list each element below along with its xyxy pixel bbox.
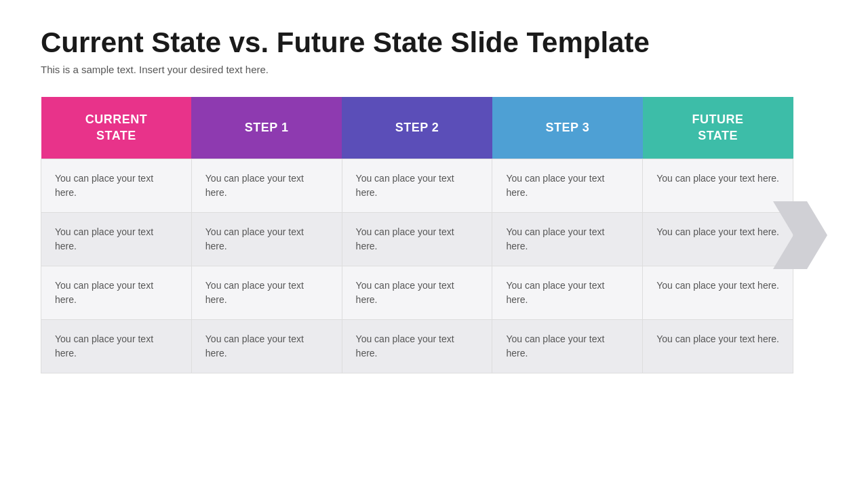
cell-r1c1: You can place your text here. — [41, 159, 192, 212]
page-subtitle: This is a sample text. Insert your desir… — [41, 64, 827, 75]
cell-r4c5: You can place your text here. — [643, 319, 793, 373]
cell-r2c3: You can place your text here. — [342, 212, 492, 266]
cell-r2c1: You can place your text here. — [41, 212, 192, 266]
main-table: CURRENTSTATE STEP 1 STEP 2 STEP 3 FUTURE… — [41, 97, 793, 373]
cell-r4c4: You can place your text here. — [492, 319, 643, 373]
header-future-state: FUTURESTATE — [643, 97, 793, 159]
header-current-state: CURRENTSTATE — [41, 97, 192, 159]
table-row: You can place your text here. You can pl… — [41, 159, 793, 212]
header-step2: STEP 2 — [342, 97, 492, 159]
cell-r2c4: You can place your text here. — [492, 212, 643, 266]
cell-r1c4: You can place your text here. — [492, 159, 643, 212]
cell-r4c2: You can place your text here. — [191, 319, 342, 373]
table-row: You can place your text here. You can pl… — [41, 266, 793, 319]
svg-marker-0 — [773, 201, 827, 269]
cell-r4c3: You can place your text here. — [342, 319, 492, 373]
header-step3: STEP 3 — [492, 97, 643, 159]
table-header: CURRENTSTATE STEP 1 STEP 2 STEP 3 FUTURE… — [41, 97, 793, 159]
cell-r1c5: You can place your text here. — [643, 159, 793, 212]
cell-r1c3: You can place your text here. — [342, 159, 492, 212]
cell-r2c2: You can place your text here. — [191, 212, 342, 266]
cell-r3c2: You can place your text here. — [191, 266, 342, 319]
table-row: You can place your text here. You can pl… — [41, 212, 793, 266]
page-title: Current State vs. Future State Slide Tem… — [41, 27, 827, 58]
cell-r3c1: You can place your text here. — [41, 266, 192, 319]
table-body: You can place your text here. You can pl… — [41, 159, 793, 373]
header-step1: STEP 1 — [191, 97, 342, 159]
cell-r3c3: You can place your text here. — [342, 266, 492, 319]
cell-r4c1: You can place your text here. — [41, 319, 192, 373]
table-row: You can place your text here. You can pl… — [41, 319, 793, 373]
cell-r1c2: You can place your text here. — [191, 159, 342, 212]
cell-r2c5: You can place your text here. — [643, 212, 793, 266]
right-arrow-icon — [773, 201, 827, 269]
table-wrapper: CURRENTSTATE STEP 1 STEP 2 STEP 3 FUTURE… — [41, 97, 827, 373]
cell-r3c5: You can place your text here. — [643, 266, 793, 319]
cell-r3c4: You can place your text here. — [492, 266, 643, 319]
